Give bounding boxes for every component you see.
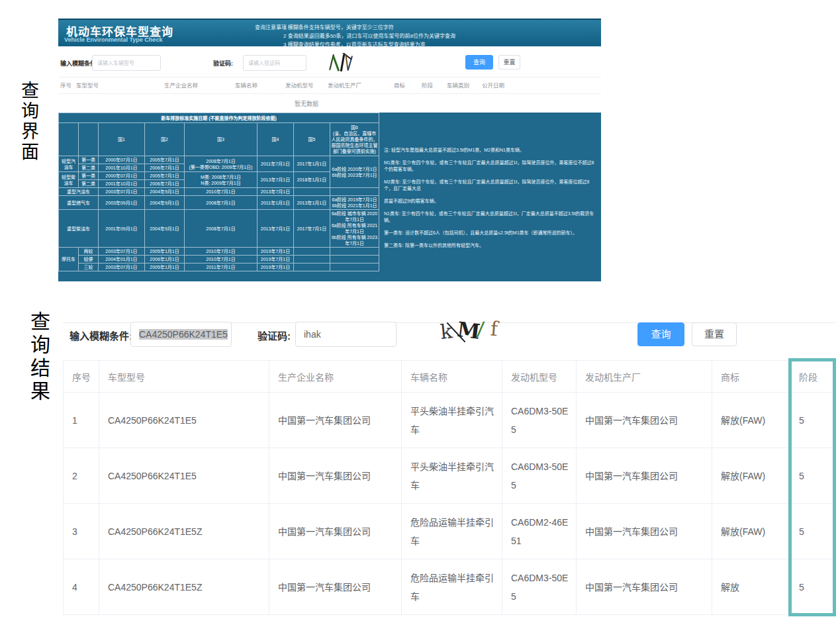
emission-table-cell: 6a阶段 2019年7月1日6b阶段 2021年1月1日: [330, 196, 379, 210]
emission-header-cell: 国2: [145, 123, 185, 156]
emission-table-cell: 2013年1月1日: [294, 196, 330, 210]
cell-vehicle-name: 危险品运输半挂牵引车: [402, 504, 502, 559]
thumb-col-header: 商标: [392, 77, 420, 93]
emission-standards-table: 新车排放标准实施日期 (不能直接作为判定排放阶段依据) 国1 国2 国3 国4 …: [58, 113, 379, 271]
emission-table-row: 重型柴油车2001年09月1日2004年9月1日2008年7月1日2013年7月…: [59, 210, 379, 248]
cell-index: 2: [64, 448, 99, 504]
emission-table-cell: 轻型柴油车: [59, 172, 79, 188]
section-label-query-interface: 查询界面: [16, 81, 42, 163]
col-header-engine-model: 发动机型号: [502, 361, 577, 393]
thumb-notice-list: 1 模糊条件支持车辆型号，关键字至少三位字符 2 查询结果返回最多50条，进口车…: [283, 23, 455, 49]
fuzzy-condition-label: 输入模糊条件:: [70, 328, 132, 342]
cell-model: CA4250P66K24T1E5Z: [99, 504, 269, 559]
query-interface-screenshot: 机动车环保车型查询 Vehicle Environmental Type Che…: [58, 19, 601, 281]
thumb-app-subtitle: Vehicle Environmental Type Check: [64, 36, 162, 43]
cell-engine-maker: 中国第一汽车集团公司: [577, 504, 712, 559]
results-header-row: 序号 车型型号 生产企业名称 车辆名称 发动机型号 发动机生产厂 商标 阶段: [64, 361, 836, 393]
emission-table-cell: 摩托车: [59, 248, 79, 271]
thumb-col-header: 序号: [58, 77, 74, 93]
emission-table-cell: 2013年7月1日: [257, 172, 294, 188]
thumb-notice-line: 1 模糊条件支持车辆型号，关键字至少三位字符: [283, 23, 455, 32]
emission-table-cell: 2000年07月1日: [99, 172, 145, 180]
emission-table-cell: 第一类: [79, 156, 99, 164]
emission-standards-panel: 新车排放标准实施日期 (不能直接作为判定排放阶段依据) 国1 国2 国3 国4 …: [58, 113, 601, 281]
emission-table-cell: 2006年7月1日: [145, 180, 185, 188]
emission-table-cell: 2004年9月1日: [145, 188, 185, 196]
captcha-char-slash: /: [476, 317, 485, 341]
emission-note: M2类车: 至少有四个车轮，或有三个车轮且厂定最大总质量超过1t，除驾驶员座位外…: [384, 179, 597, 192]
emission-header-cell-guo6: 国6 (省、自治区、直辖市人民政府具备条件的，报国务院生态环境主管部门备案可提前…: [330, 123, 379, 156]
emission-table-cell: 6a阶段 2020年7月1日6b阶段 2023年7月1日: [330, 156, 379, 188]
emission-table-cell: [330, 188, 379, 196]
emission-table-cell: 2003年07月1日: [99, 188, 145, 196]
captcha-label: 验证码:: [257, 328, 291, 342]
emission-table-cell: 2019年7月1日: [257, 256, 294, 263]
thumb-captcha-input[interactable]: [243, 55, 306, 71]
thumb-fuzzy-condition-input[interactable]: [92, 55, 161, 71]
emission-table-cell: 2013年7月1日: [257, 188, 294, 196]
emission-table-cell: 2004年9月1日: [145, 196, 185, 210]
emission-table-cell: 2019年7月1日: [257, 248, 294, 256]
col-header-engine-maker: 发动机生产厂: [577, 361, 712, 393]
emission-table-row: 轻型汽油车第一类2000年07月1日2005年7月1日2008年7月1日(第一类…: [59, 156, 379, 164]
thumb-reset-button[interactable]: 重置: [498, 55, 520, 70]
reset-button[interactable]: 重置: [692, 322, 737, 346]
emission-table-cell: 2010年7月1日: [185, 256, 257, 263]
table-row: 1 CA4250P66K24T1E5 中国第一汽车集团公司 平头柴油半挂牵引汽车…: [64, 393, 836, 448]
cell-brand: 解放(FAW): [712, 393, 790, 448]
cell-vehicle-name: 平头柴油半挂牵引汽车: [402, 448, 502, 504]
emission-table-cell: 2013年7月1日: [257, 210, 294, 248]
cell-stage: 5: [790, 448, 836, 504]
cell-model: CA4250P66K24T1E5Z: [99, 559, 269, 615]
emission-table-cell: 2005年7月1日: [145, 172, 185, 180]
thumb-col-header: 阶段: [420, 77, 445, 93]
cell-engine-maker: 中国第一汽车集团公司: [577, 559, 712, 615]
emission-table-cell: 第二类: [79, 180, 99, 188]
cell-engine-maker: 中国第一汽车集团公司: [577, 448, 712, 504]
thumb-captcha-image[interactable]: [328, 53, 355, 73]
cell-index: 4: [64, 559, 99, 615]
thumb-col-header: 车辆名称: [233, 77, 283, 93]
cell-manufacturer: 中国第一汽车集团公司: [269, 504, 402, 559]
query-results-table: 序号 车型型号 生产企业名称 车辆名称 发动机型号 发动机生产厂 商标 阶段 1…: [63, 360, 836, 615]
emission-table-cell: 2008年7月1日: [185, 210, 257, 248]
emission-table-cell: 2000年07月1日: [99, 156, 145, 164]
col-header-stage: 阶段: [790, 361, 836, 393]
emission-table-cell: 6a阶段 城市车辆 2020年7月1日6a阶段 所有车辆 2021年7月1日6b…: [330, 210, 379, 248]
query-button[interactable]: 查询: [637, 322, 684, 346]
cell-stage: 5: [790, 393, 836, 448]
cell-index: 1: [64, 393, 99, 448]
table-row: 3 CA4250P66K24T1E5Z 中国第一汽车集团公司 危险品运输半挂牵引…: [64, 504, 836, 559]
emission-table-row: 重型汽油车2003年07月1日2004年9月1日2010年7月1日2013年7月…: [59, 188, 379, 196]
thumb-col-header: 公开日期: [480, 77, 520, 93]
page-canvas: 查询界面 查询结果 机动车环保车型查询 Vehicle Environmenta…: [0, 0, 840, 621]
emission-table-cell: 2005年7月1日: [145, 156, 185, 164]
captcha-image[interactable]: k M / f: [439, 316, 505, 350]
emission-note: 注: 轻型汽车是指最大总质量不超过3.5t的M1类、M2类和N1类车辆。: [384, 147, 597, 154]
col-header-vehicle-name: 车辆名称: [402, 361, 502, 393]
emission-table-row: 摩托车两轮2003年07月1日2005年1月1日2010年7月1日2019年7月…: [59, 248, 379, 256]
captcha-input[interactable]: ihak: [295, 322, 397, 347]
cell-index: 3: [64, 504, 99, 559]
cell-manufacturer: 中国第一汽车集团公司: [269, 393, 402, 448]
emission-table-cell: 2003年07月1日: [99, 263, 145, 271]
emission-header-row: 国1 国2 国3 国4 国5 国6 (省、自治区、直辖市人民政府具备条件的，报国…: [59, 123, 379, 156]
thumb-col-header: 车型型号: [74, 77, 162, 93]
emission-table-cell: 轻型汽油车: [59, 156, 79, 172]
section-label-query-results: 查询结果: [24, 311, 53, 404]
emission-table-row: 轻便2004年01月1日2006年1月1日2010年7月1日2019年7月1日: [59, 256, 379, 263]
emission-table-title: 新车排放标准实施日期 (不能直接作为判定排放阶段依据): [59, 113, 379, 123]
thumb-col-header: 生产企业名称: [162, 77, 233, 93]
emission-table-cell: 2001年10月1日: [99, 180, 145, 188]
table-row: 4 CA4250P66K24T1E5Z 中国第一汽车集团公司 危险品运输半挂牵引…: [64, 559, 836, 615]
cell-stage: 5: [790, 504, 836, 559]
thumb-captcha-label: 验证码:: [213, 59, 233, 68]
emission-table-cell: [330, 256, 379, 263]
thumb-query-button[interactable]: 查询: [465, 55, 493, 70]
thumb-notice-line: 3 模糊查询结果仅作参考，以首页新车达标车型查询结果为准: [283, 40, 455, 49]
fuzzy-condition-input[interactable]: CA4250P66K24T1E5: [130, 322, 232, 347]
captcha-input-value: ihak: [304, 329, 321, 340]
col-header-model: 车型型号: [99, 361, 269, 393]
thumb-header-band: 机动车环保车型查询 Vehicle Environmental Type Che…: [58, 19, 601, 46]
cell-engine-model: CA6DM3-50E5: [502, 393, 577, 448]
